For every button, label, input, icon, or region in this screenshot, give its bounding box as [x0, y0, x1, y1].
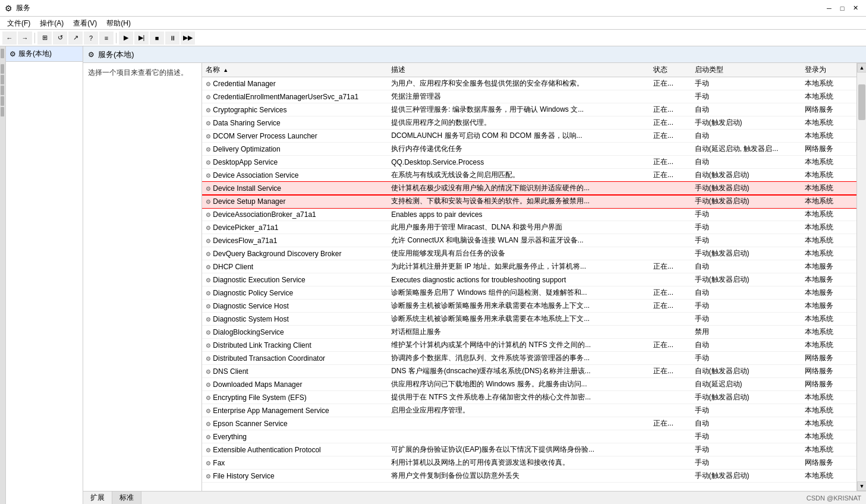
service-logon-cell: 本地系统 — [801, 90, 856, 103]
table-row[interactable]: ⚙ File History Service将用户文件复制到备份位置以防意外丢失… — [202, 470, 856, 483]
gear-icon: ⚙ — [10, 50, 16, 58]
service-startup-cell: 手动 — [691, 456, 802, 470]
back-button[interactable]: ← — [2, 32, 17, 45]
view-button[interactable]: ≡ — [99, 32, 114, 45]
scroll-up-button[interactable]: ▲ — [857, 63, 866, 73]
scroll-thumb[interactable] — [858, 84, 865, 120]
table-row[interactable]: ⚙ Credential Manager为用户、应用程序和安全服务包提供凭据的安… — [202, 77, 856, 90]
toolbar-sep-1 — [34, 33, 35, 43]
panel-btn-6[interactable] — [1, 107, 4, 116]
table-row[interactable]: ⚙ DeviceAssociationBroker_a71a1Enables a… — [202, 208, 856, 221]
service-startup-cell: 自动 — [691, 260, 802, 273]
service-icon: ⚙ — [206, 316, 211, 323]
service-name-cell: ⚙ Everything — [202, 430, 388, 443]
minimize-button[interactable]: ─ — [823, 2, 835, 14]
col-status: 状态 — [650, 63, 691, 77]
table-row[interactable]: ⚙ Data Sharing Service提供应用程序之间的数据代理。正在..… — [202, 116, 856, 130]
tab-extended[interactable]: 扩展 — [83, 492, 112, 504]
table-row[interactable]: ⚙ Distributed Transaction Coordinator协调跨… — [202, 352, 856, 365]
service-status-cell — [650, 247, 691, 260]
table-row[interactable]: ⚙ Epson Scanner Service正在...自动本地系统 — [202, 417, 856, 430]
service-icon: ⚙ — [206, 434, 211, 440]
table-row[interactable]: ⚙ DevicesFlow_a71a1允许 ConnectUX 和电脑设备连接 … — [202, 234, 856, 247]
table-row[interactable]: ⚙ DevQuery Background Discovery Broker使应… — [202, 247, 856, 260]
table-row[interactable]: ⚙ Everything手动本地系统 — [202, 430, 856, 443]
menu-item-V[interactable]: 查看(V) — [68, 18, 102, 28]
table-row[interactable]: ⚙ Device Install Service使计算机在极少或没有用户输入的情… — [202, 182, 856, 195]
service-startup-cell: 自动 — [691, 339, 802, 352]
forward-button[interactable]: → — [18, 32, 32, 45]
table-row[interactable]: ⚙ DevicePicker_a71a1此用户服务用于管理 Miracast、D… — [202, 221, 856, 234]
service-icon: ⚙ — [206, 421, 211, 427]
panel-btn-2[interactable] — [1, 64, 4, 74]
service-status-cell — [650, 313, 691, 326]
service-description-cell — [388, 430, 650, 443]
panel-btn-5[interactable] — [1, 96, 4, 106]
table-row[interactable]: ⚙ Extensible Authentication Protocol可扩展的… — [202, 443, 856, 456]
close-button[interactable]: ✕ — [849, 2, 861, 14]
table-row[interactable]: ⚙ DHCP Client为此计算机注册并更新 IP 地址。如果此服务停止，计算… — [202, 260, 856, 273]
service-startup-cell: 手动 — [691, 77, 802, 90]
table-row[interactable]: ⚙ Cryptographic Services提供三种管理服务: 编录数据库服… — [202, 103, 856, 116]
service-description-cell: 对话框阻止服务 — [388, 326, 650, 339]
play-button[interactable]: ▶ — [119, 32, 133, 45]
table-row[interactable]: ⚙ Encrypting File System (EFS)提供用于在 NTFS… — [202, 391, 856, 404]
table-row[interactable]: ⚙ CredentialEnrollmentManagerUserSvc_a71… — [202, 90, 856, 103]
maximize-button[interactable]: □ — [836, 2, 848, 14]
table-row[interactable]: ⚙ Diagnostic System Host诊断系统主机被诊断策略服务用来承… — [202, 313, 856, 326]
window-title: 服务 — [16, 3, 30, 13]
service-logon-cell: 本地系统 — [801, 326, 856, 339]
service-startup-cell: 手动(触发器启动) — [691, 273, 802, 286]
pause-button[interactable]: ⏸ — [165, 32, 180, 45]
help-toolbar-button[interactable]: ? — [84, 32, 98, 45]
panel-btn-1[interactable] — [1, 49, 4, 58]
table-row[interactable]: ⚙ Downloaded Maps Manager供应用程序访问已下载地图的 W… — [202, 378, 856, 391]
header-gear-icon: ⚙ — [88, 51, 95, 59]
service-startup-cell: 手动(触发器启动) — [691, 247, 802, 260]
restart-button[interactable]: ▶▶ — [181, 32, 195, 45]
service-logon-cell: 网络服务 — [801, 456, 856, 470]
service-logon-cell: 本地系统 — [801, 169, 856, 182]
scope-button[interactable]: ⊞ — [37, 32, 52, 45]
service-table: 名称 ▲ 描述 状态 启动类型 登录为 ⚙ Credential Manager… — [202, 63, 856, 483]
scrollbar[interactable]: ▲ ▼ — [856, 63, 866, 491]
panel-btn-4[interactable] — [1, 86, 4, 95]
service-status-cell — [650, 378, 691, 391]
tab-standard[interactable]: 标准 — [112, 492, 141, 504]
service-icon: ⚙ — [206, 473, 211, 480]
table-row[interactable]: ⚙ Fax利用计算机以及网络上的可用传真资源发送和接收传真。手动网络服务 — [202, 456, 856, 470]
table-row[interactable]: ⚙ DNS ClientDNS 客户端服务(dnscache)缓存域名系统(DN… — [202, 365, 856, 378]
menu-item-F[interactable]: 文件(F) — [2, 18, 35, 28]
refresh-button[interactable]: ↺ — [53, 32, 67, 45]
table-row[interactable]: ⚙ Distributed Link Tracking Client维护某个计算… — [202, 339, 856, 352]
table-row[interactable]: ⚙ Device Setup Manager支持检测、下载和安装与设备相关的软件… — [202, 195, 856, 208]
table-row[interactable]: ⚙ Enterprise App Management Service启用企业应… — [202, 404, 856, 417]
sidebar-services-local[interactable]: ⚙ 服务(本地) — [6, 46, 83, 62]
service-logon-cell: 本地系统 — [801, 77, 856, 90]
table-row[interactable]: ⚙ Delivery Optimization执行内存传递优化任务自动(延迟启动… — [202, 143, 856, 156]
stop-button[interactable]: ■ — [150, 32, 164, 45]
service-table-container[interactable]: 名称 ▲ 描述 状态 启动类型 登录为 ⚙ Credential Manager… — [202, 63, 856, 491]
col-name[interactable]: 名称 ▲ — [202, 63, 388, 77]
menu-item-H[interactable]: 帮助(H) — [102, 18, 136, 28]
table-row[interactable]: ⚙ Diagnostic Execution ServiceExecutes d… — [202, 273, 856, 286]
menu-item-A[interactable]: 操作(A) — [35, 18, 68, 28]
table-row[interactable]: ⚙ DialogBlockingService对话框阻止服务禁用本地系统 — [202, 326, 856, 339]
service-name-cell: ⚙ DevicePicker_a71a1 — [202, 221, 388, 234]
table-row[interactable]: ⚙ DesktopApp ServiceQQ.Desktop.Service.P… — [202, 156, 856, 169]
play-step-button[interactable]: ▶| — [134, 32, 149, 45]
export-button[interactable]: ↗ — [68, 32, 83, 45]
service-description-cell: Enables apps to pair devices — [388, 208, 650, 221]
service-name-cell: ⚙ Device Setup Manager — [202, 195, 388, 208]
service-startup-cell: 自动 — [691, 417, 802, 430]
table-row[interactable]: ⚙ Diagnostic Policy Service诊断策略服务启用了 Win… — [202, 286, 856, 300]
panel-btn-3[interactable] — [1, 75, 4, 84]
table-row[interactable]: ⚙ Device Association Service在系统与有线或无线设备之… — [202, 169, 856, 182]
scroll-down-button[interactable]: ▼ — [857, 481, 866, 491]
service-description-cell: 提供应用程序之间的数据代理。 — [388, 116, 650, 130]
service-startup-cell: 手动 — [691, 313, 802, 326]
table-row[interactable]: ⚙ Diagnostic Service Host诊断服务主机被诊断策略服务用来… — [202, 300, 856, 313]
table-row[interactable]: ⚙ DCOM Server Process LauncherDCOMLAUNCH… — [202, 130, 856, 143]
service-name-cell: ⚙ Epson Scanner Service — [202, 417, 388, 430]
service-status-cell — [650, 182, 691, 195]
